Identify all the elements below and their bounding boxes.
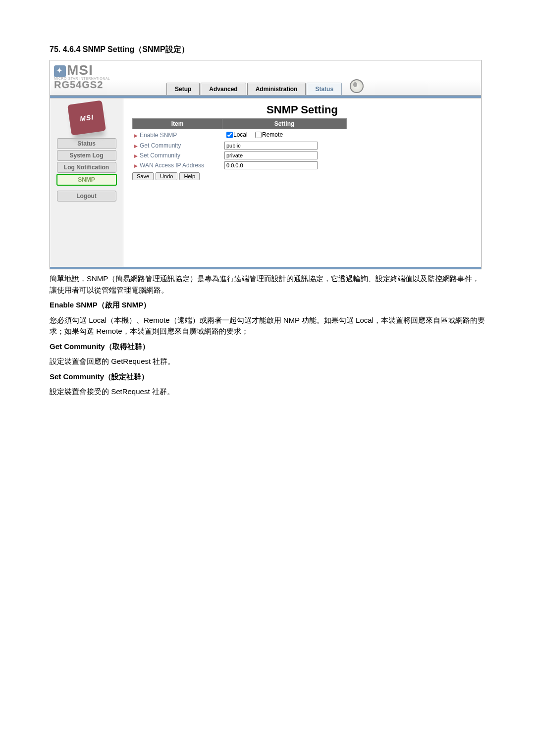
document-page: 75. 4.6.4 SNMP Setting（SNMP設定） MSI MICRO… xyxy=(50,0,485,659)
sidebar-item-systemlog[interactable]: System Log xyxy=(57,150,116,161)
sidebar-badge-shape: MSI xyxy=(67,100,106,135)
sidebar: MSI Status System Log Log Notification S… xyxy=(50,99,123,267)
get-community-heading: Get Community（取得社群） xyxy=(50,341,485,353)
local-label: Local xyxy=(233,131,248,138)
logo-block: MSI MICRO-STAR INTERNATIONAL RG54GS2 xyxy=(54,62,110,91)
label-set-community[interactable]: Set Community xyxy=(132,152,223,159)
table-header: Item Setting xyxy=(132,118,481,129)
sidebar-badge-text: MSI xyxy=(79,113,94,123)
router-admin-screenshot: MSI MICRO-STAR INTERNATIONAL RG54GS2 Set… xyxy=(50,60,482,269)
row-set-community: Set Community xyxy=(132,151,481,160)
model-name: RG54GS2 xyxy=(54,79,110,91)
remote-label: Remote xyxy=(262,131,283,138)
setting-wan-access xyxy=(223,161,353,169)
label-enable-snmp[interactable]: Enable SNMP xyxy=(132,132,223,139)
label-get-community[interactable]: Get Community xyxy=(132,142,223,149)
tab-advanced[interactable]: Advanced xyxy=(201,83,246,95)
save-button[interactable]: Save xyxy=(132,172,154,180)
tab-administration[interactable]: Administration xyxy=(247,83,306,95)
prose-section: 簡單地說，SNMP（簡易網路管理通訊協定）是專為進行遠端管理而設計的通訊協定，它… xyxy=(50,273,485,398)
globe-icon[interactable] xyxy=(350,79,364,93)
nav-tabs: Setup Advanced Administration Status xyxy=(166,79,364,95)
set-community-input[interactable] xyxy=(224,151,318,159)
row-enable-snmp: Enable SNMP Local Remote xyxy=(132,129,481,141)
get-community-body: 設定裝置會回應的 GetRequest 社群。 xyxy=(50,356,485,367)
sidebar-badge: MSI xyxy=(69,102,104,133)
header-divider xyxy=(50,95,481,99)
header-item: Item xyxy=(132,118,222,129)
wan-access-input[interactable] xyxy=(224,161,318,169)
tab-status[interactable]: Status xyxy=(307,83,342,95)
router-header: MSI MICRO-STAR INTERNATIONAL RG54GS2 Set… xyxy=(50,60,481,95)
section-heading: 75. 4.6.4 SNMP Setting（SNMP設定） xyxy=(50,45,485,55)
set-community-body: 設定裝置會接受的 SetRequest 社群。 xyxy=(50,386,485,398)
help-button[interactable]: Help xyxy=(179,172,200,180)
action-row: Save Undo Help xyxy=(132,172,481,180)
brand-icon xyxy=(54,65,66,77)
remote-checkbox-label[interactable]: Remote xyxy=(253,131,283,138)
enable-snmp-body: 您必須勾選 Local（本機）、Remote（遠端）或兩者一起勾選才能啟用 NM… xyxy=(50,315,485,337)
undo-button[interactable]: Undo xyxy=(156,172,177,180)
set-community-heading: Set Community（設定社群） xyxy=(50,371,485,383)
sidebar-item-status[interactable]: Status xyxy=(57,138,116,149)
header-setting: Setting xyxy=(222,118,347,129)
settings-table: Item Setting Enable SNMP Local Remote Ge… xyxy=(132,118,481,170)
row-get-community: Get Community xyxy=(132,141,481,151)
sidebar-item-snmp[interactable]: SNMP xyxy=(56,174,117,186)
brand-text: MSI xyxy=(67,62,93,78)
label-wan-access[interactable]: WAN Access IP Address xyxy=(132,162,223,169)
footer-bar xyxy=(50,267,481,269)
intro-paragraph: 簡單地說，SNMP（簡易網路管理通訊協定）是專為進行遠端管理而設計的通訊協定，它… xyxy=(50,273,485,296)
sidebar-item-logout[interactable]: Logout xyxy=(57,191,116,202)
local-checkbox-label[interactable]: Local xyxy=(224,131,248,138)
sidebar-item-lognotif[interactable]: Log Notification xyxy=(57,162,116,173)
setting-get-community xyxy=(223,142,353,150)
setting-set-community xyxy=(223,151,353,159)
row-wan-access: WAN Access IP Address xyxy=(132,160,481,170)
remote-checkbox[interactable] xyxy=(255,132,262,138)
panel-title: SNMP Setting xyxy=(123,103,481,116)
tab-setup[interactable]: Setup xyxy=(166,83,200,95)
setting-enable-snmp: Local Remote xyxy=(223,130,353,140)
get-community-input[interactable] xyxy=(224,142,318,150)
enable-snmp-heading: Enable SNMP（啟用 SNMP） xyxy=(50,300,485,311)
content-pane: SNMP Setting Item Setting Enable SNMP Lo… xyxy=(123,99,481,267)
router-body: MSI Status System Log Log Notification S… xyxy=(50,99,481,267)
local-checkbox[interactable] xyxy=(226,132,233,138)
brand-logo: MSI xyxy=(54,62,110,78)
